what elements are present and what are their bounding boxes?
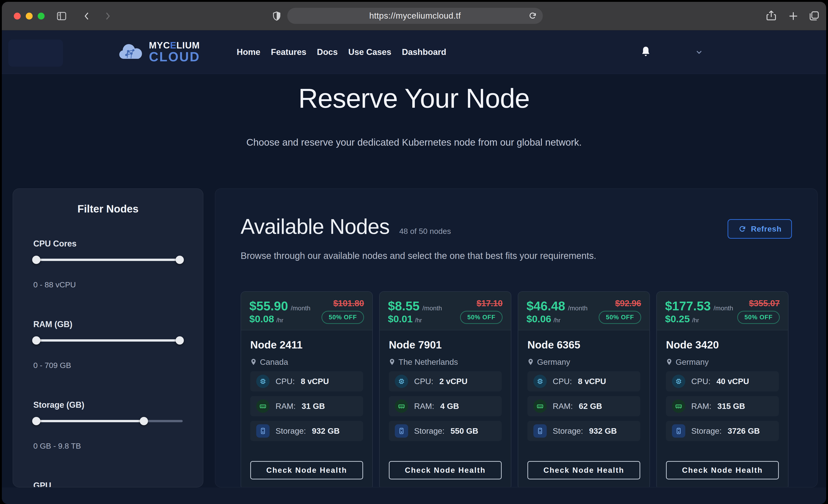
check-node-health-button[interactable]: Check Node Health <box>666 461 779 479</box>
card-pricing-header: $177.53/month $0.25/hr $355.07 50% OFF <box>657 292 788 330</box>
node-card[interactable]: $8.55/month $0.01/hr $17.10 50% OFF Node… <box>379 291 511 488</box>
original-price: $101.80 <box>333 299 364 308</box>
card-pricing-header: $46.48/month $0.06/hr $92.96 50% OFF <box>518 292 650 330</box>
node-card[interactable]: $46.48/month $0.06/hr $92.96 50% OFF Nod… <box>518 291 650 488</box>
filter-panel-title: Filter Nodes <box>33 203 183 215</box>
storage-slider[interactable] <box>33 417 183 425</box>
cpu-value: 8 vCPU <box>301 377 329 386</box>
ram-icon <box>395 400 408 413</box>
cpu-cores-label: CPU Cores <box>33 239 183 249</box>
discount-badge: 50% OFF <box>460 311 503 324</box>
ram-value: 315 GB <box>717 402 745 411</box>
card-pricing-header: $8.55/month $0.01/hr $17.10 50% OFF <box>380 292 511 330</box>
check-node-health-button[interactable]: Check Node Health <box>250 461 363 479</box>
storage-range-text: 0 GB - 9.8 TB <box>33 442 183 451</box>
slider-active-track <box>33 339 183 342</box>
mycelium-cloud-logo-icon <box>117 41 145 64</box>
check-node-health-button[interactable]: Check Node Health <box>527 461 640 479</box>
nav-placeholder-box <box>8 40 63 67</box>
node-count: 48 of 50 nodes <box>399 227 451 236</box>
back-button-icon[interactable] <box>82 11 92 21</box>
hourly-price: $0.08 <box>249 313 274 324</box>
site-navbar: MYCELIUM CLOUD Home Features Docs Use Ca… <box>2 30 826 74</box>
node-cards-row: $55.90/month $0.08/hr $101.80 50% OFF No… <box>241 291 792 488</box>
cpu-value: 40 vCPU <box>716 377 749 386</box>
ram-label: RAM (GB) <box>33 320 183 329</box>
new-tab-icon[interactable] <box>788 10 799 22</box>
brand-logo[interactable]: MYCELIUM CLOUD <box>117 41 200 64</box>
discount-badge: 50% OFF <box>322 311 364 324</box>
storage-icon <box>256 424 270 437</box>
node-location: Germany <box>676 358 709 367</box>
ram-icon <box>256 400 270 413</box>
slider-active-track <box>33 259 183 261</box>
available-nodes-subtitle: Browse through our available nodes and s… <box>241 251 792 261</box>
node-name: Node 3420 <box>666 339 779 351</box>
ram-spec-row: RAM: 4 GB <box>389 396 502 416</box>
discount-badge: 50% OFF <box>737 311 780 324</box>
location-pin-icon <box>250 358 257 366</box>
ram-slider-max-handle[interactable] <box>175 336 184 345</box>
zoom-window-button[interactable] <box>38 13 45 19</box>
storage-value: 932 GB <box>589 426 617 435</box>
cpu-slider-min-handle[interactable] <box>32 256 40 264</box>
cpu-icon <box>533 375 547 388</box>
ram-value: 31 GB <box>302 402 325 411</box>
monthly-price: $177.53 <box>665 299 711 313</box>
filter-panel: Filter Nodes CPU Cores 0 - 88 vCPU RAM (… <box>13 188 203 488</box>
available-nodes-title: Available Nodes <box>241 215 389 239</box>
hourly-price: $0.01 <box>388 313 413 324</box>
node-card[interactable]: $177.53/month $0.25/hr $355.07 50% OFF N… <box>656 291 788 488</box>
cpu-slider-max-handle[interactable] <box>175 256 184 264</box>
share-icon[interactable] <box>765 10 777 22</box>
address-bar[interactable]: https://myceliumcloud.tf <box>287 8 543 24</box>
original-price: $355.07 <box>749 299 780 308</box>
cpu-range-text: 0 - 88 vCPU <box>33 280 183 289</box>
page-bottom-strip <box>2 488 826 504</box>
ram-spec-row: RAM: 31 GB <box>250 396 363 416</box>
notifications-bell-icon[interactable] <box>640 46 652 58</box>
nav-link-home[interactable]: Home <box>237 47 260 57</box>
nav-link-docs[interactable]: Docs <box>317 47 338 57</box>
nav-link-use-cases[interactable]: Use Cases <box>348 47 391 57</box>
refresh-button[interactable]: Refresh <box>728 219 792 239</box>
node-card[interactable]: $55.90/month $0.08/hr $101.80 50% OFF No… <box>241 291 373 488</box>
tab-overview-icon[interactable] <box>809 10 820 22</box>
ram-value: 4 GB <box>440 402 459 411</box>
location-pin-icon <box>389 358 395 366</box>
cpu-value: 2 vCPU <box>440 377 468 386</box>
discount-badge: 50% OFF <box>598 311 641 324</box>
browser-window: https://myceliumcloud.tf <box>2 2 826 504</box>
check-node-health-button[interactable]: Check Node Health <box>389 461 502 479</box>
reload-icon[interactable] <box>528 11 538 21</box>
url-text: https://myceliumcloud.tf <box>369 11 461 21</box>
cpu-spec-row: CPU: 8 vCPU <box>527 371 640 391</box>
storage-value: 550 GB <box>450 426 478 435</box>
location-pin-icon <box>527 358 534 366</box>
ram-slider[interactable] <box>33 336 183 345</box>
brand-wordmark: MYCELIUM CLOUD <box>149 41 200 64</box>
node-location: The Netherlands <box>399 358 458 367</box>
close-window-button[interactable] <box>14 13 21 19</box>
cpu-cores-slider[interactable] <box>33 255 183 264</box>
cpu-icon <box>395 375 408 388</box>
storage-slider-min-handle[interactable] <box>32 417 40 425</box>
ram-spec-row: RAM: 315 GB <box>666 396 779 416</box>
cpu-icon <box>256 375 270 388</box>
minimize-window-button[interactable] <box>26 13 33 19</box>
storage-icon <box>395 424 408 437</box>
cpu-value: 8 vCPU <box>578 377 606 386</box>
sidebar-toggle-icon[interactable] <box>56 10 67 22</box>
page-title: Reserve Your Node <box>2 83 826 114</box>
account-dropdown-chevron-icon[interactable] <box>695 48 704 57</box>
nav-link-dashboard[interactable]: Dashboard <box>402 47 446 57</box>
nav-link-features[interactable]: Features <box>271 47 306 57</box>
forward-button-icon[interactable] <box>102 11 113 21</box>
ram-slider-min-handle[interactable] <box>32 336 40 345</box>
storage-slider-max-handle[interactable] <box>140 417 148 425</box>
privacy-shield-icon[interactable] <box>271 10 282 22</box>
ram-value: 62 GB <box>579 402 602 411</box>
hourly-price: $0.25 <box>665 313 690 324</box>
node-name: Node 6365 <box>527 339 640 351</box>
original-price: $92.96 <box>615 299 641 308</box>
